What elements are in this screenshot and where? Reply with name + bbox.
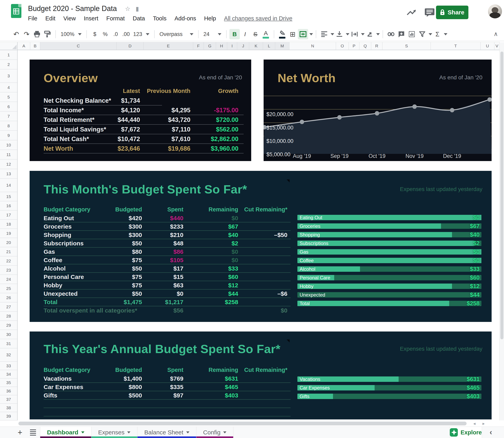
- row-header-5[interactable]: 5: [0, 92, 18, 102]
- bar-vacations[interactable]: Vacations$631: [298, 376, 481, 382]
- paint-format-button[interactable]: [42, 29, 53, 39]
- zoom-select[interactable]: 100%: [59, 31, 84, 37]
- bar-eating-out[interactable]: Eating Out$0: [298, 215, 481, 220]
- merge-options-caret[interactable]: [309, 33, 313, 35]
- fill-color-button[interactable]: [277, 29, 287, 39]
- explore-button[interactable]: Explore: [450, 427, 482, 438]
- font-family-select[interactable]: Overpass: [157, 31, 195, 37]
- column-header-R[interactable]: R: [371, 42, 382, 50]
- horizontal-scrollbar[interactable]: ◂ ▸: [0, 420, 504, 427]
- share-button[interactable]: Share: [436, 6, 468, 19]
- collapse-panel-chevron[interactable]: ‹: [490, 428, 492, 437]
- row-header-15[interactable]: 15: [0, 192, 18, 201]
- h-align-caret[interactable]: [331, 33, 334, 35]
- sheet-tab-config[interactable]: Config: [196, 427, 234, 438]
- avatar[interactable]: [488, 4, 502, 18]
- column-header-K[interactable]: K: [249, 42, 263, 50]
- row-header-27[interactable]: 27: [0, 302, 18, 312]
- decrease-decimal-button[interactable]: .0: [110, 29, 121, 39]
- row-header-20[interactable]: 20: [0, 238, 18, 247]
- menu-insert[interactable]: Insert: [84, 15, 98, 22]
- row-header-32[interactable]: 32: [0, 348, 18, 362]
- row-header-18[interactable]: 18: [0, 219, 18, 229]
- bar-hobby[interactable]: Hobby$12: [298, 284, 481, 289]
- saved-status[interactable]: All changes saved in Drive: [224, 15, 292, 22]
- sheet-tab-balance-sheet[interactable]: Balance Sheet: [137, 427, 196, 438]
- select-all-corner[interactable]: [0, 42, 18, 50]
- row-header-26[interactable]: 26: [0, 293, 18, 302]
- filter-caret[interactable]: [429, 33, 432, 35]
- chart-point-dec--19[interactable]: [450, 108, 454, 112]
- scroll-left-arrow[interactable]: ◂: [470, 421, 478, 426]
- all-sheets-button[interactable]: [26, 427, 40, 438]
- column-header-M[interactable]: M: [275, 42, 289, 50]
- font-size-select[interactable]: 24: [201, 31, 223, 37]
- filter-button[interactable]: [417, 29, 427, 39]
- bar-alcohol[interactable]: Alcohol$33: [298, 266, 481, 272]
- bar-coffee[interactable]: Coffee$0: [298, 258, 481, 263]
- row-header-28[interactable]: 28: [0, 312, 18, 321]
- bar-gifts[interactable]: Gifts$403: [298, 394, 481, 399]
- row-header-35[interactable]: 35: [0, 378, 18, 387]
- row-header-3[interactable]: 3: [0, 69, 18, 83]
- bar-car-expenses[interactable]: Car Expenses$465: [298, 385, 481, 390]
- row-header-16[interactable]: 16: [0, 201, 18, 210]
- horizontal-align-button[interactable]: [319, 29, 329, 39]
- row-header-31[interactable]: 31: [0, 339, 18, 348]
- row-header-24[interactable]: 24: [0, 275, 18, 284]
- strikethrough-button[interactable]: S: [250, 29, 261, 39]
- chart-point-sep--19[interactable]: [337, 115, 342, 120]
- functions-button[interactable]: Σ: [432, 29, 443, 39]
- row-header-11[interactable]: 11: [0, 150, 18, 159]
- horizontal-scrollbar-thumb[interactable]: [18, 422, 467, 425]
- column-header-F[interactable]: F: [193, 42, 204, 50]
- redo-button[interactable]: ↷: [21, 29, 32, 39]
- menu-edit[interactable]: Edit: [46, 15, 55, 22]
- column-header-Q[interactable]: Q: [359, 42, 371, 50]
- sheet-tab-dashboard[interactable]: Dashboard: [40, 427, 92, 438]
- row-header-30[interactable]: 30: [0, 330, 18, 339]
- print-button[interactable]: [32, 29, 42, 39]
- row-header-25[interactable]: 25: [0, 284, 18, 293]
- functions-caret[interactable]: [444, 33, 447, 35]
- merge-cells-button[interactable]: [298, 29, 308, 39]
- format-currency-button[interactable]: $: [90, 29, 100, 39]
- year-budget-bar-chart[interactable]: Vacations$631Car Expenses$465Gifts$403: [298, 375, 481, 401]
- row-header-2[interactable]: 2: [0, 60, 18, 69]
- menu-add-ons[interactable]: Add-ons: [174, 15, 196, 22]
- insert-comment-button[interactable]: [396, 29, 407, 39]
- bar-personal-care[interactable]: Personal Care$60: [298, 275, 481, 280]
- chart-point-nov--19[interactable]: [412, 105, 417, 109]
- menu-tools[interactable]: Tools: [153, 15, 167, 22]
- chart-point-aug--19[interactable]: [300, 120, 304, 124]
- undo-button[interactable]: ↶: [11, 29, 21, 39]
- row-header-22[interactable]: 22: [0, 256, 18, 265]
- document-title[interactable]: Budget 2020 - Sample Data: [28, 4, 117, 13]
- sheet-tab-caret[interactable]: [127, 431, 130, 433]
- column-header-S[interactable]: S: [382, 42, 431, 50]
- bar-groceries[interactable]: Groceries$67: [298, 223, 481, 229]
- row-header-6[interactable]: 6: [0, 102, 18, 111]
- scroll-right-arrow[interactable]: ▸: [480, 421, 488, 426]
- text-rotation-button[interactable]: [365, 29, 375, 39]
- row-header-29[interactable]: 29: [0, 321, 18, 330]
- column-header-L[interactable]: L: [263, 42, 275, 50]
- bar-subscriptions[interactable]: Subscriptions$2: [298, 241, 481, 246]
- sheet-tab-caret[interactable]: [223, 431, 226, 433]
- row-header-36[interactable]: 36: [0, 387, 18, 395]
- row-header-4[interactable]: 4: [0, 83, 18, 92]
- vertical-scrollbar-thumb[interactable]: [500, 52, 504, 339]
- bar-gas[interactable]: Gas$0: [298, 249, 481, 255]
- column-header-J[interactable]: J: [237, 42, 249, 50]
- row-header-38[interactable]: 38: [0, 404, 18, 412]
- row-header-13[interactable]: 13: [0, 169, 18, 179]
- number-format-select[interactable]: 123: [131, 31, 151, 37]
- column-header-C[interactable]: C: [40, 42, 117, 50]
- borders-button[interactable]: ⊞: [287, 29, 298, 39]
- column-header-A[interactable]: A: [18, 42, 30, 50]
- v-align-caret[interactable]: [346, 33, 349, 35]
- column-header-B[interactable]: B: [30, 42, 40, 50]
- insert-chart-button[interactable]: [407, 29, 417, 39]
- column-header-V[interactable]: V: [494, 42, 500, 50]
- row-header-23[interactable]: 23: [0, 265, 18, 275]
